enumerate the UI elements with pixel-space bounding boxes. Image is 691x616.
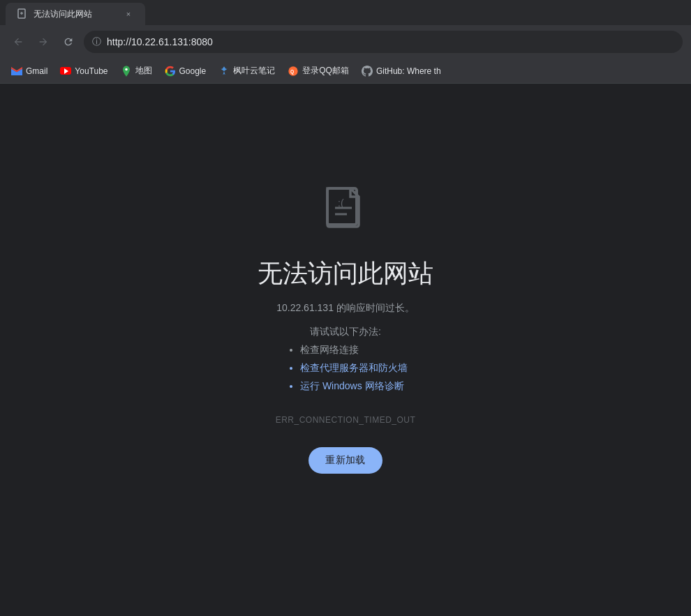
bookmark-maple-label: 枫叶云笔记 — [233, 65, 275, 77]
suggestion-check-proxy[interactable]: 检查代理服务器和防火墙 — [300, 362, 408, 375]
bookmark-google-label: Google — [179, 66, 207, 76]
bookmark-github[interactable]: GitHub: Where th — [356, 63, 447, 80]
bookmark-youtube[interactable]: YouTube — [54, 63, 113, 80]
bookmark-qq-label: 登录QQ邮箱 — [302, 65, 349, 77]
bookmarks-bar: Gmail YouTube 地图 Google — [0, 59, 691, 84]
bookmark-github-label: GitHub: Where th — [376, 66, 441, 76]
suggestion-check-network: 检查网络连接 — [300, 344, 408, 356]
svg-text::(: :( — [338, 197, 344, 209]
tab-bar: 无法访问此网站 × — [0, 0, 691, 25]
active-tab[interactable]: 无法访问此网站 × — [6, 3, 145, 25]
bookmark-maps-label: 地图 — [135, 65, 152, 77]
address-bar[interactable]: ⓘ http://10.22.61.131:8080 — [84, 31, 683, 53]
google-favicon-icon — [165, 66, 176, 77]
bookmark-gmail[interactable]: Gmail — [6, 63, 53, 80]
error-subtitle: 10.22.61.131 的响应时间过长。 — [276, 302, 415, 315]
suggestion-run-diag[interactable]: 运行 Windows 网络诊断 — [300, 380, 408, 393]
url-display: http://10.22.61.131:8080 — [107, 36, 213, 47]
error-page-content: :( 无法访问此网站 10.22.61.131 的响应时间过长。 请试试以下办法… — [0, 84, 691, 616]
maple-favicon-icon — [218, 66, 230, 77]
qq-favicon-icon: Q — [288, 66, 299, 77]
reload-button[interactable]: 重新加载 — [309, 447, 382, 474]
browser-chrome: 无法访问此网站 × ⓘ http://10.22.61.131:8080 Gma… — [0, 0, 691, 84]
address-bar-row: ⓘ http://10.22.61.131:8080 — [0, 25, 691, 59]
gmail-favicon-icon — [11, 66, 22, 77]
error-document-icon: :( — [320, 184, 371, 234]
security-icon: ⓘ — [92, 36, 101, 48]
error-try-label: 请试试以下办法: — [310, 326, 381, 338]
bookmark-qq[interactable]: Q 登录QQ邮箱 — [282, 62, 355, 80]
bookmark-google[interactable]: Google — [159, 63, 212, 80]
forward-button[interactable] — [34, 32, 53, 52]
error-suggestions-list: 检查网络连接 检查代理服务器和防火墙 运行 Windows 网络诊断 — [283, 344, 408, 398]
maps-favicon-icon — [121, 66, 132, 77]
error-title: 无法访问此网站 — [258, 257, 433, 291]
bookmark-maps[interactable]: 地图 — [115, 62, 158, 80]
svg-text:Q: Q — [290, 68, 294, 74]
svg-point-3 — [125, 68, 128, 70]
youtube-favicon-icon — [60, 66, 71, 77]
tab-close-button[interactable]: × — [123, 8, 134, 20]
bookmark-maple[interactable]: 枫叶云笔记 — [213, 62, 281, 80]
back-button[interactable] — [8, 32, 28, 52]
tab-favicon-icon — [17, 8, 28, 20]
tab-title: 无法访问此网站 — [34, 8, 92, 20]
error-code: ERR_CONNECTION_TIMED_OUT — [276, 415, 416, 425]
bookmark-youtube-label: YouTube — [75, 66, 107, 76]
bookmark-gmail-label: Gmail — [26, 66, 47, 76]
github-favicon-icon — [362, 66, 373, 77]
reload-nav-button[interactable] — [59, 32, 78, 52]
